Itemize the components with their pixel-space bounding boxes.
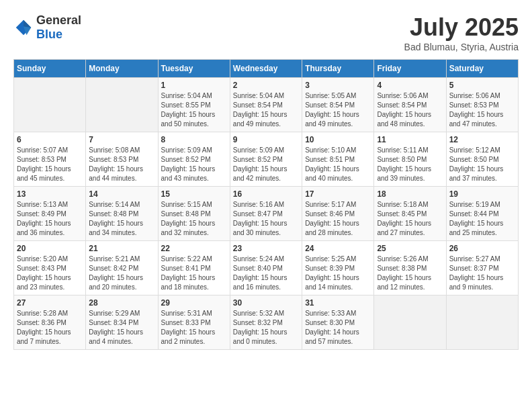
day-number: 11 [377, 135, 443, 144]
day-number: 1 [161, 81, 227, 90]
calendar-table: SundayMondayTuesdayWednesdayThursdayFrid… [13, 59, 519, 350]
cell-content: Sunrise: 5:14 AMSunset: 8:48 PMDaylight:… [89, 200, 154, 238]
weekday-header: Monday [86, 60, 158, 78]
weekday-header: Thursday [302, 60, 374, 78]
cell-content: Sunrise: 5:16 AMSunset: 8:47 PMDaylight:… [233, 200, 299, 238]
day-number: 7 [89, 135, 154, 144]
calendar-week-row: 6Sunrise: 5:07 AMSunset: 8:53 PMDaylight… [14, 132, 519, 187]
day-number: 17 [305, 189, 371, 199]
calendar-cell: 1Sunrise: 5:04 AMSunset: 8:55 PMDaylight… [158, 78, 230, 132]
calendar-cell: 16Sunrise: 5:16 AMSunset: 8:47 PMDayligh… [230, 187, 302, 241]
cell-content: Sunrise: 5:27 AMSunset: 8:37 PMDaylight:… [449, 255, 515, 292]
cell-content: Sunrise: 5:19 AMSunset: 8:44 PMDaylight:… [449, 200, 515, 238]
calendar-cell: 25Sunrise: 5:26 AMSunset: 8:38 PMDayligh… [374, 241, 446, 295]
day-number: 14 [89, 189, 154, 199]
calendar-cell: 13Sunrise: 5:13 AMSunset: 8:49 PMDayligh… [14, 187, 86, 241]
cell-content: Sunrise: 5:22 AMSunset: 8:41 PMDaylight:… [161, 255, 227, 292]
logo-text: General Blue [36, 13, 81, 42]
day-number: 22 [161, 244, 227, 253]
cell-content: Sunrise: 5:24 AMSunset: 8:40 PMDaylight:… [233, 255, 299, 292]
cell-content: Sunrise: 5:21 AMSunset: 8:42 PMDaylight:… [89, 255, 154, 292]
weekday-header: Friday [374, 60, 446, 78]
cell-content: Sunrise: 5:04 AMSunset: 8:54 PMDaylight:… [233, 91, 299, 129]
cell-content: Sunrise: 5:04 AMSunset: 8:55 PMDaylight:… [161, 91, 227, 129]
calendar-cell [446, 295, 518, 350]
cell-content: Sunrise: 5:28 AMSunset: 8:36 PMDaylight:… [17, 309, 83, 347]
cell-content: Sunrise: 5:32 AMSunset: 8:32 PMDaylight:… [233, 309, 299, 347]
cell-content: Sunrise: 5:18 AMSunset: 8:45 PMDaylight:… [377, 200, 443, 238]
calendar-cell: 6Sunrise: 5:07 AMSunset: 8:53 PMDaylight… [14, 132, 86, 187]
day-number: 27 [17, 298, 83, 308]
calendar-week-row: 27Sunrise: 5:28 AMSunset: 8:36 PMDayligh… [14, 295, 519, 350]
cell-content: Sunrise: 5:12 AMSunset: 8:50 PMDaylight:… [449, 146, 515, 183]
calendar-cell: 29Sunrise: 5:31 AMSunset: 8:33 PMDayligh… [158, 295, 230, 350]
cell-content: Sunrise: 5:25 AMSunset: 8:39 PMDaylight:… [305, 255, 371, 292]
cell-content: Sunrise: 5:06 AMSunset: 8:53 PMDaylight:… [449, 91, 515, 129]
cell-content: Sunrise: 5:20 AMSunset: 8:43 PMDaylight:… [17, 255, 83, 292]
day-number: 26 [449, 244, 515, 253]
calendar-cell: 14Sunrise: 5:14 AMSunset: 8:48 PMDayligh… [86, 187, 158, 241]
cell-content: Sunrise: 5:31 AMSunset: 8:33 PMDaylight:… [161, 309, 227, 347]
calendar-header: SundayMondayTuesdayWednesdayThursdayFrid… [14, 60, 519, 78]
location-title: Bad Blumau, Styria, Austria [404, 42, 519, 52]
calendar-cell [86, 78, 158, 132]
logo: General Blue [13, 13, 81, 42]
day-number: 12 [449, 135, 515, 144]
calendar-week-row: 20Sunrise: 5:20 AMSunset: 8:43 PMDayligh… [14, 241, 519, 295]
day-number: 25 [377, 244, 443, 253]
logo-blue: Blue [36, 28, 62, 41]
title-block: July 2025 Bad Blumau, Styria, Austria [404, 13, 519, 52]
day-number: 13 [17, 189, 83, 199]
calendar-cell: 9Sunrise: 5:09 AMSunset: 8:52 PMDaylight… [230, 132, 302, 187]
weekday-header: Sunday [14, 60, 86, 78]
calendar-cell: 20Sunrise: 5:20 AMSunset: 8:43 PMDayligh… [14, 241, 86, 295]
cell-content: Sunrise: 5:08 AMSunset: 8:53 PMDaylight:… [89, 146, 154, 183]
day-number: 20 [17, 244, 83, 253]
calendar-cell: 31Sunrise: 5:33 AMSunset: 8:30 PMDayligh… [302, 295, 374, 350]
day-number: 5 [449, 81, 515, 90]
calendar-cell: 17Sunrise: 5:17 AMSunset: 8:46 PMDayligh… [302, 187, 374, 241]
cell-content: Sunrise: 5:05 AMSunset: 8:54 PMDaylight:… [305, 91, 371, 129]
calendar-cell [14, 78, 86, 132]
cell-content: Sunrise: 5:06 AMSunset: 8:54 PMDaylight:… [377, 91, 443, 129]
day-number: 15 [161, 189, 227, 199]
svg-marker-1 [24, 20, 31, 28]
calendar-cell: 28Sunrise: 5:29 AMSunset: 8:34 PMDayligh… [86, 295, 158, 350]
calendar-cell [374, 295, 446, 350]
cell-content: Sunrise: 5:29 AMSunset: 8:34 PMDaylight:… [89, 309, 154, 347]
calendar-cell: 15Sunrise: 5:15 AMSunset: 8:48 PMDayligh… [158, 187, 230, 241]
calendar-cell: 24Sunrise: 5:25 AMSunset: 8:39 PMDayligh… [302, 241, 374, 295]
day-number: 10 [305, 135, 371, 144]
calendar-cell: 4Sunrise: 5:06 AMSunset: 8:54 PMDaylight… [374, 78, 446, 132]
calendar-week-row: 13Sunrise: 5:13 AMSunset: 8:49 PMDayligh… [14, 187, 519, 241]
calendar-cell: 2Sunrise: 5:04 AMSunset: 8:54 PMDaylight… [230, 78, 302, 132]
cell-content: Sunrise: 5:15 AMSunset: 8:48 PMDaylight:… [161, 200, 227, 238]
weekday-header: Wednesday [230, 60, 302, 78]
calendar-cell: 18Sunrise: 5:18 AMSunset: 8:45 PMDayligh… [374, 187, 446, 241]
month-title: July 2025 [404, 13, 519, 42]
calendar-cell: 19Sunrise: 5:19 AMSunset: 8:44 PMDayligh… [446, 187, 518, 241]
day-number: 8 [161, 135, 227, 144]
calendar-cell: 11Sunrise: 5:11 AMSunset: 8:50 PMDayligh… [374, 132, 446, 187]
day-number: 19 [449, 189, 515, 199]
weekday-header: Saturday [446, 60, 518, 78]
weekday-row: SundayMondayTuesdayWednesdayThursdayFrid… [14, 60, 519, 78]
calendar-cell: 26Sunrise: 5:27 AMSunset: 8:37 PMDayligh… [446, 241, 518, 295]
calendar-cell: 30Sunrise: 5:32 AMSunset: 8:32 PMDayligh… [230, 295, 302, 350]
cell-content: Sunrise: 5:17 AMSunset: 8:46 PMDaylight:… [305, 200, 371, 238]
calendar-cell: 7Sunrise: 5:08 AMSunset: 8:53 PMDaylight… [86, 132, 158, 187]
day-number: 30 [233, 298, 299, 308]
day-number: 16 [233, 189, 299, 199]
calendar-week-row: 1Sunrise: 5:04 AMSunset: 8:55 PMDaylight… [14, 78, 519, 132]
calendar-cell: 22Sunrise: 5:22 AMSunset: 8:41 PMDayligh… [158, 241, 230, 295]
day-number: 29 [161, 298, 227, 308]
calendar-cell: 21Sunrise: 5:21 AMSunset: 8:42 PMDayligh… [86, 241, 158, 295]
day-number: 24 [305, 244, 371, 253]
day-number: 9 [233, 135, 299, 144]
day-number: 31 [305, 298, 371, 308]
cell-content: Sunrise: 5:33 AMSunset: 8:30 PMDaylight:… [305, 309, 371, 347]
calendar-cell: 12Sunrise: 5:12 AMSunset: 8:50 PMDayligh… [446, 132, 518, 187]
day-number: 28 [89, 298, 154, 308]
calendar-cell: 23Sunrise: 5:24 AMSunset: 8:40 PMDayligh… [230, 241, 302, 295]
day-number: 23 [233, 244, 299, 253]
